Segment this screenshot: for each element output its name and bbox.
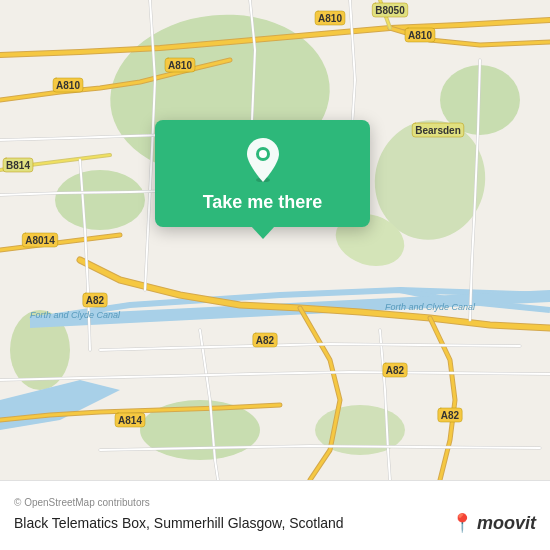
location-row: Black Telematics Box, Summerhill Glasgow…: [14, 512, 536, 534]
popup-label[interactable]: Take me there: [203, 192, 323, 213]
svg-point-2: [259, 150, 267, 158]
moovit-brand-name: moovit: [477, 513, 536, 534]
map-canvas: [0, 0, 550, 480]
popup-card: Take me there: [155, 120, 370, 227]
map-container: Take me there: [0, 0, 550, 480]
moovit-pin-icon: 📍: [451, 512, 473, 534]
moovit-logo: 📍 moovit: [451, 512, 536, 534]
location-pin-icon: [241, 138, 285, 182]
location-text: Black Telematics Box, Summerhill Glasgow…: [14, 515, 344, 531]
bottom-bar: © OpenStreetMap contributors Black Telem…: [0, 480, 550, 550]
attribution-text: © OpenStreetMap contributors: [14, 497, 536, 508]
